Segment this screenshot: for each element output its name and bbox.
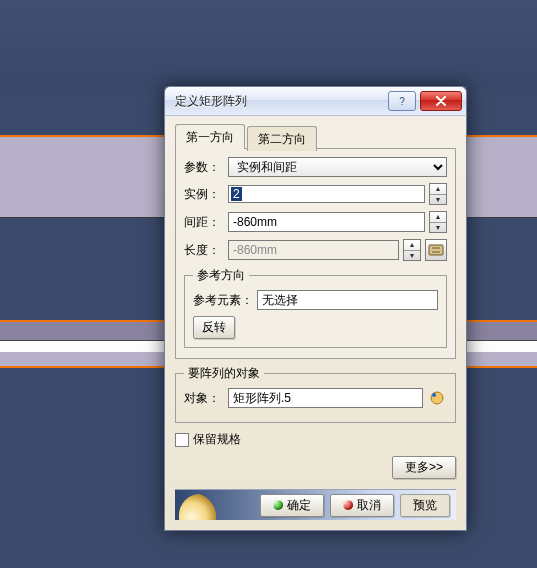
ok-icon [273, 500, 283, 510]
reverse-button[interactable]: 反转 [193, 316, 235, 339]
formula-icon [428, 242, 444, 258]
spacing-input[interactable] [228, 212, 425, 232]
direction-tabs: 第一方向 第二方向 [175, 124, 456, 149]
dialog-footer: 确定 取消 预览 [175, 489, 456, 520]
checkbox-icon [175, 433, 189, 447]
chevron-down-icon: ▼ [430, 222, 446, 233]
object-input[interactable] [228, 388, 423, 408]
close-icon [435, 96, 447, 106]
length-spinner[interactable]: ▲▼ [403, 239, 421, 261]
rect-pattern-dialog: 定义矩形阵列 ? 第一方向 第二方向 参数： 实例和间距 实例： [164, 86, 467, 531]
length-label: 长度： [184, 242, 224, 259]
svg-rect-0 [429, 245, 443, 255]
chevron-down-icon: ▼ [430, 194, 446, 205]
length-input [228, 240, 399, 260]
chevron-up-icon: ▲ [430, 212, 446, 222]
tab-direction-1[interactable]: 第一方向 [175, 124, 245, 149]
instances-spinner[interactable]: ▲▼ [429, 183, 447, 205]
spacing-label: 间距： [184, 214, 224, 231]
tab-panel: 参数： 实例和间距 实例： 2 ▲▼ 间距： ▲▼ 长度： [175, 148, 456, 359]
ok-button[interactable]: 确定 [260, 494, 324, 517]
instances-input[interactable] [228, 185, 425, 203]
reference-direction-group: 参考方向 参考元素： 反转 [184, 267, 447, 348]
spacing-spinner[interactable]: ▲▼ [429, 211, 447, 233]
preview-button[interactable]: 预览 [400, 494, 450, 517]
keep-spec-label: 保留规格 [193, 431, 241, 448]
tab-direction-2[interactable]: 第二方向 [247, 126, 317, 151]
object-label: 对象： [184, 390, 224, 407]
cancel-icon [343, 500, 353, 510]
params-label: 参数： [184, 159, 224, 176]
chevron-down-icon: ▼ [404, 250, 420, 261]
more-button[interactable]: 更多>> [392, 456, 456, 479]
pick-object-icon [429, 390, 445, 406]
instances-value: 2 [231, 187, 242, 201]
keep-spec-checkbox[interactable]: 保留规格 [175, 431, 456, 448]
target-object-group: 要阵列的对象 对象： [175, 365, 456, 423]
ref-element-input[interactable] [257, 290, 438, 310]
target-legend: 要阵列的对象 [184, 365, 264, 382]
instances-label: 实例： [184, 186, 224, 203]
help-button[interactable]: ? [388, 91, 416, 111]
close-button[interactable] [420, 91, 462, 111]
svg-point-2 [432, 393, 436, 397]
dialog-title: 定义矩形阵列 [175, 93, 384, 110]
params-combobox[interactable]: 实例和间距 [228, 157, 447, 177]
refdir-legend: 参考方向 [193, 267, 249, 284]
object-pick-button[interactable] [427, 388, 447, 408]
chevron-up-icon: ▲ [404, 240, 420, 250]
titlebar[interactable]: 定义矩形阵列 ? [164, 86, 467, 115]
chevron-up-icon: ▲ [430, 184, 446, 194]
cancel-button[interactable]: 取消 [330, 494, 394, 517]
ref-element-label: 参考元素： [193, 292, 253, 309]
length-formula-button[interactable] [425, 239, 447, 261]
